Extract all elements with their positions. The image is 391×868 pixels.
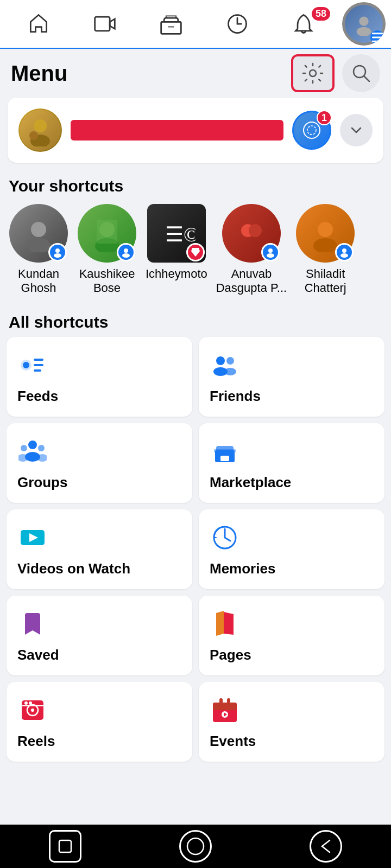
bottom-nav-bar: [0, 825, 391, 868]
profile-avatar-nav: [342, 2, 386, 46]
svg-point-64: [24, 701, 28, 705]
top-nav-bar: 58: [0, 0, 391, 49]
shortcut-item-anuvab[interactable]: AnuvabDasgupta P...: [216, 204, 287, 296]
videos-label: Videos on Watch: [17, 560, 181, 577]
svg-point-26: [122, 253, 130, 258]
svg-rect-39: [34, 359, 43, 361]
svg-rect-2: [161, 22, 181, 34]
svg-rect-72: [59, 840, 71, 852]
shortcut-avatar-shiladit: [296, 204, 355, 263]
svg-marker-1: [110, 19, 115, 29]
svg-point-17: [307, 126, 316, 135]
shortcuts-scroll-container: KundanGhosh KaushikeeBos: [0, 201, 391, 304]
memories-icon: [210, 522, 240, 553]
profile-nav-button[interactable]: [339, 0, 386, 48]
svg-point-38: [23, 362, 29, 368]
marketplace-nav-button[interactable]: [138, 0, 204, 48]
shortcut-name-anuvab: AnuvabDasgupta P...: [216, 267, 287, 296]
nav-icon-list: 58: [5, 0, 386, 48]
groups-card[interactable]: Groups: [7, 423, 192, 503]
shortcut-name-ichheymoto: Ichheymoto: [146, 267, 207, 281]
svg-point-19: [27, 238, 51, 252]
shortcut-page-badge: [186, 243, 205, 261]
activity-nav-button[interactable]: [204, 0, 270, 48]
shortcut-avatar-anuvab: [222, 204, 281, 263]
svg-rect-41: [34, 369, 41, 372]
svg-point-31: [268, 248, 273, 253]
header-actions: [291, 54, 380, 92]
svg-point-30: [249, 224, 262, 237]
svg-point-42: [216, 356, 225, 365]
svg-marker-58: [216, 611, 224, 636]
shortcut-item-kaushikee[interactable]: KaushikeeBose: [77, 204, 137, 296]
svg-point-46: [28, 441, 37, 449]
dropdown-button[interactable]: [340, 114, 373, 146]
svg-point-36: [340, 253, 348, 258]
svg-point-44: [226, 357, 234, 365]
events-icon: [210, 695, 240, 725]
events-label: Events: [210, 733, 374, 750]
svg-rect-53: [214, 449, 236, 452]
reels-card[interactable]: Reels: [7, 682, 192, 762]
menu-overlay-icon: [370, 30, 384, 44]
friends-icon: [210, 350, 240, 380]
feeds-card[interactable]: Feeds: [7, 337, 192, 417]
svg-point-16: [304, 122, 320, 138]
svg-rect-68: [219, 698, 223, 706]
svg-point-13: [34, 119, 47, 132]
svg-point-25: [124, 248, 128, 253]
groups-label: Groups: [17, 474, 181, 491]
settings-button[interactable]: [291, 54, 335, 92]
shortcut-item-kundan[interactable]: KundanGhosh: [9, 204, 68, 296]
svg-point-20: [55, 248, 60, 253]
search-button[interactable]: [342, 54, 380, 92]
shortcut-person-badge-3: [261, 243, 280, 261]
svg-rect-9: [372, 41, 383, 42]
profile-name-redacted: [71, 120, 283, 141]
back-square-button[interactable]: [49, 830, 81, 863]
svg-point-65: [29, 701, 32, 705]
svg-rect-67: [213, 703, 237, 710]
shortcut-name-kaushikee: KaushikeeBose: [79, 267, 135, 296]
saved-card[interactable]: Saved: [7, 596, 192, 675]
svg-rect-69: [227, 698, 230, 706]
svg-rect-8: [372, 37, 383, 39]
reels-icon: [17, 695, 48, 725]
svg-point-32: [267, 253, 274, 258]
svg-marker-59: [224, 612, 234, 635]
home-circle-button[interactable]: [179, 830, 212, 863]
video-nav-button[interactable]: [72, 0, 138, 48]
story-button[interactable]: 1: [292, 111, 331, 150]
notifications-nav-button[interactable]: 58: [270, 0, 337, 48]
shortcut-avatar-kundan: [9, 204, 68, 263]
videos-card[interactable]: Videos on Watch: [7, 509, 192, 589]
shortcut-person-badge: [48, 243, 67, 261]
all-shortcuts-title: All shortcuts: [0, 304, 391, 337]
pages-card[interactable]: Pages: [199, 596, 384, 675]
shortcut-avatar-ichheymoto: ☰©: [147, 204, 206, 263]
notification-badge: 58: [312, 7, 330, 21]
svg-rect-54: [220, 456, 229, 461]
friends-card[interactable]: Friends: [199, 337, 384, 417]
profile-avatar-image: [20, 110, 61, 151]
pages-icon: [210, 609, 240, 639]
marketplace-card[interactable]: Marketplace: [199, 423, 384, 503]
shortcut-avatar-kaushikee: [78, 204, 136, 263]
svg-text:☰©: ☰©: [165, 223, 195, 246]
back-triangle-button[interactable]: [310, 830, 342, 863]
shortcut-item-ichheymoto[interactable]: ☰© Ichheymoto: [146, 204, 207, 296]
svg-point-33: [318, 222, 333, 237]
feeds-icon: [17, 350, 48, 380]
svg-marker-28: [191, 248, 200, 257]
shortcut-item-shiladit[interactable]: ShiladitChatterj: [295, 204, 355, 296]
shortcut-name-kundan: KundanGhosh: [18, 267, 59, 296]
svg-point-6: [357, 27, 371, 36]
all-shortcuts-section: All shortcuts Feeds: [0, 304, 391, 768]
events-card[interactable]: Events: [199, 682, 384, 762]
your-shortcuts-section: Your shortcuts KundanGhosh: [0, 168, 391, 304]
home-nav-button[interactable]: [5, 0, 72, 48]
profile-avatar[interactable]: [18, 108, 62, 152]
saved-label: Saved: [17, 647, 181, 663]
shortcut-person-badge-4: [335, 243, 354, 261]
memories-card[interactable]: Memories: [199, 509, 384, 589]
